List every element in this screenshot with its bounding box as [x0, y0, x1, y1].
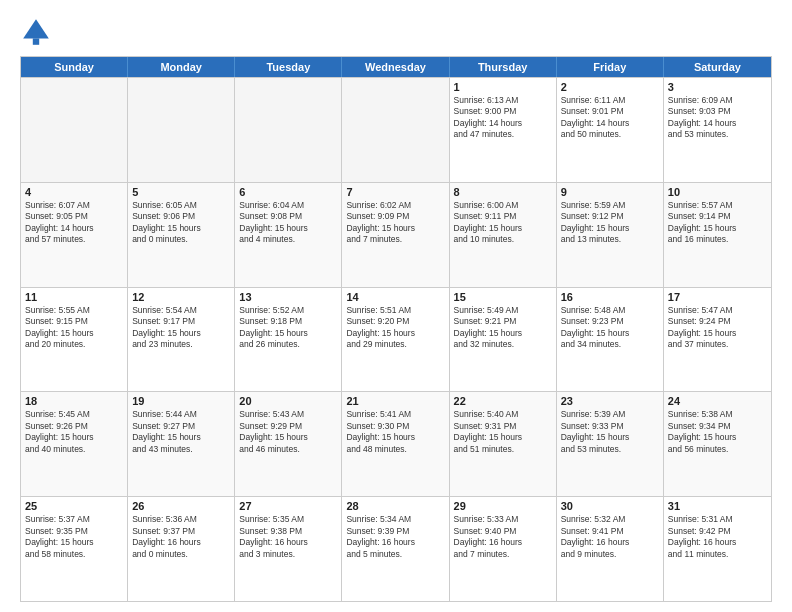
calendar-cell-28: 28Sunrise: 5:34 AM Sunset: 9:39 PM Dayli… [342, 497, 449, 601]
cell-info: Sunrise: 5:59 AM Sunset: 9:12 PM Dayligh… [561, 200, 659, 246]
calendar-cell-25: 25Sunrise: 5:37 AM Sunset: 9:35 PM Dayli… [21, 497, 128, 601]
cell-info: Sunrise: 6:13 AM Sunset: 9:00 PM Dayligh… [454, 95, 552, 141]
day-number: 10 [668, 186, 767, 198]
calendar-cell-2: 2Sunrise: 6:11 AM Sunset: 9:01 PM Daylig… [557, 78, 664, 182]
day-number: 5 [132, 186, 230, 198]
day-number: 31 [668, 500, 767, 512]
calendar-cell-21: 21Sunrise: 5:41 AM Sunset: 9:30 PM Dayli… [342, 392, 449, 496]
day-number: 15 [454, 291, 552, 303]
cell-info: Sunrise: 6:11 AM Sunset: 9:01 PM Dayligh… [561, 95, 659, 141]
cell-info: Sunrise: 5:43 AM Sunset: 9:29 PM Dayligh… [239, 409, 337, 455]
cell-info: Sunrise: 5:45 AM Sunset: 9:26 PM Dayligh… [25, 409, 123, 455]
cell-info: Sunrise: 6:09 AM Sunset: 9:03 PM Dayligh… [668, 95, 767, 141]
calendar-cell-20: 20Sunrise: 5:43 AM Sunset: 9:29 PM Dayli… [235, 392, 342, 496]
day-number: 29 [454, 500, 552, 512]
header-day-friday: Friday [557, 57, 664, 77]
day-number: 12 [132, 291, 230, 303]
cell-info: Sunrise: 5:44 AM Sunset: 9:27 PM Dayligh… [132, 409, 230, 455]
cell-info: Sunrise: 5:34 AM Sunset: 9:39 PM Dayligh… [346, 514, 444, 560]
calendar-body: 1Sunrise: 6:13 AM Sunset: 9:00 PM Daylig… [21, 77, 771, 601]
day-number: 22 [454, 395, 552, 407]
cell-info: Sunrise: 5:55 AM Sunset: 9:15 PM Dayligh… [25, 305, 123, 351]
cell-info: Sunrise: 5:49 AM Sunset: 9:21 PM Dayligh… [454, 305, 552, 351]
cell-info: Sunrise: 5:57 AM Sunset: 9:14 PM Dayligh… [668, 200, 767, 246]
cell-info: Sunrise: 5:41 AM Sunset: 9:30 PM Dayligh… [346, 409, 444, 455]
header-day-thursday: Thursday [450, 57, 557, 77]
calendar-cell-empty-0 [21, 78, 128, 182]
cell-info: Sunrise: 5:32 AM Sunset: 9:41 PM Dayligh… [561, 514, 659, 560]
calendar-cell-11: 11Sunrise: 5:55 AM Sunset: 9:15 PM Dayli… [21, 288, 128, 392]
day-number: 2 [561, 81, 659, 93]
day-number: 30 [561, 500, 659, 512]
calendar-cell-9: 9Sunrise: 5:59 AM Sunset: 9:12 PM Daylig… [557, 183, 664, 287]
cell-info: Sunrise: 5:39 AM Sunset: 9:33 PM Dayligh… [561, 409, 659, 455]
day-number: 17 [668, 291, 767, 303]
day-number: 19 [132, 395, 230, 407]
cell-info: Sunrise: 6:04 AM Sunset: 9:08 PM Dayligh… [239, 200, 337, 246]
calendar-cell-empty-2 [235, 78, 342, 182]
day-number: 8 [454, 186, 552, 198]
header-day-sunday: Sunday [21, 57, 128, 77]
calendar-cell-3: 3Sunrise: 6:09 AM Sunset: 9:03 PM Daylig… [664, 78, 771, 182]
calendar: SundayMondayTuesdayWednesdayThursdayFrid… [20, 56, 772, 602]
cell-info: Sunrise: 5:31 AM Sunset: 9:42 PM Dayligh… [668, 514, 767, 560]
day-number: 14 [346, 291, 444, 303]
calendar-row-0: 1Sunrise: 6:13 AM Sunset: 9:00 PM Daylig… [21, 77, 771, 182]
calendar-cell-12: 12Sunrise: 5:54 AM Sunset: 9:17 PM Dayli… [128, 288, 235, 392]
cell-info: Sunrise: 5:54 AM Sunset: 9:17 PM Dayligh… [132, 305, 230, 351]
cell-info: Sunrise: 5:35 AM Sunset: 9:38 PM Dayligh… [239, 514, 337, 560]
cell-info: Sunrise: 5:36 AM Sunset: 9:37 PM Dayligh… [132, 514, 230, 560]
calendar-cell-15: 15Sunrise: 5:49 AM Sunset: 9:21 PM Dayli… [450, 288, 557, 392]
day-number: 3 [668, 81, 767, 93]
calendar-cell-26: 26Sunrise: 5:36 AM Sunset: 9:37 PM Dayli… [128, 497, 235, 601]
day-number: 26 [132, 500, 230, 512]
day-number: 21 [346, 395, 444, 407]
calendar-cell-empty-1 [128, 78, 235, 182]
day-number: 7 [346, 186, 444, 198]
header [20, 16, 772, 48]
calendar-cell-17: 17Sunrise: 5:47 AM Sunset: 9:24 PM Dayli… [664, 288, 771, 392]
day-number: 1 [454, 81, 552, 93]
day-number: 20 [239, 395, 337, 407]
cell-info: Sunrise: 6:07 AM Sunset: 9:05 PM Dayligh… [25, 200, 123, 246]
calendar-cell-5: 5Sunrise: 6:05 AM Sunset: 9:06 PM Daylig… [128, 183, 235, 287]
calendar-cell-24: 24Sunrise: 5:38 AM Sunset: 9:34 PM Dayli… [664, 392, 771, 496]
page: SundayMondayTuesdayWednesdayThursdayFrid… [0, 0, 792, 612]
day-number: 13 [239, 291, 337, 303]
calendar-cell-30: 30Sunrise: 5:32 AM Sunset: 9:41 PM Dayli… [557, 497, 664, 601]
header-day-saturday: Saturday [664, 57, 771, 77]
cell-info: Sunrise: 5:51 AM Sunset: 9:20 PM Dayligh… [346, 305, 444, 351]
svg-rect-1 [33, 38, 39, 44]
calendar-cell-31: 31Sunrise: 5:31 AM Sunset: 9:42 PM Dayli… [664, 497, 771, 601]
calendar-row-2: 11Sunrise: 5:55 AM Sunset: 9:15 PM Dayli… [21, 287, 771, 392]
calendar-cell-empty-3 [342, 78, 449, 182]
calendar-cell-19: 19Sunrise: 5:44 AM Sunset: 9:27 PM Dayli… [128, 392, 235, 496]
header-day-wednesday: Wednesday [342, 57, 449, 77]
cell-info: Sunrise: 6:00 AM Sunset: 9:11 PM Dayligh… [454, 200, 552, 246]
calendar-row-3: 18Sunrise: 5:45 AM Sunset: 9:26 PM Dayli… [21, 391, 771, 496]
day-number: 28 [346, 500, 444, 512]
calendar-row-4: 25Sunrise: 5:37 AM Sunset: 9:35 PM Dayli… [21, 496, 771, 601]
cell-info: Sunrise: 6:02 AM Sunset: 9:09 PM Dayligh… [346, 200, 444, 246]
cell-info: Sunrise: 6:05 AM Sunset: 9:06 PM Dayligh… [132, 200, 230, 246]
day-number: 24 [668, 395, 767, 407]
calendar-cell-18: 18Sunrise: 5:45 AM Sunset: 9:26 PM Dayli… [21, 392, 128, 496]
calendar-cell-6: 6Sunrise: 6:04 AM Sunset: 9:08 PM Daylig… [235, 183, 342, 287]
cell-info: Sunrise: 5:40 AM Sunset: 9:31 PM Dayligh… [454, 409, 552, 455]
logo [20, 16, 56, 48]
day-number: 4 [25, 186, 123, 198]
header-day-monday: Monday [128, 57, 235, 77]
calendar-cell-13: 13Sunrise: 5:52 AM Sunset: 9:18 PM Dayli… [235, 288, 342, 392]
calendar-cell-29: 29Sunrise: 5:33 AM Sunset: 9:40 PM Dayli… [450, 497, 557, 601]
calendar-header: SundayMondayTuesdayWednesdayThursdayFrid… [21, 57, 771, 77]
day-number: 9 [561, 186, 659, 198]
calendar-cell-8: 8Sunrise: 6:00 AM Sunset: 9:11 PM Daylig… [450, 183, 557, 287]
cell-info: Sunrise: 5:38 AM Sunset: 9:34 PM Dayligh… [668, 409, 767, 455]
calendar-cell-14: 14Sunrise: 5:51 AM Sunset: 9:20 PM Dayli… [342, 288, 449, 392]
calendar-cell-16: 16Sunrise: 5:48 AM Sunset: 9:23 PM Dayli… [557, 288, 664, 392]
day-number: 6 [239, 186, 337, 198]
day-number: 18 [25, 395, 123, 407]
cell-info: Sunrise: 5:52 AM Sunset: 9:18 PM Dayligh… [239, 305, 337, 351]
day-number: 25 [25, 500, 123, 512]
calendar-cell-27: 27Sunrise: 5:35 AM Sunset: 9:38 PM Dayli… [235, 497, 342, 601]
